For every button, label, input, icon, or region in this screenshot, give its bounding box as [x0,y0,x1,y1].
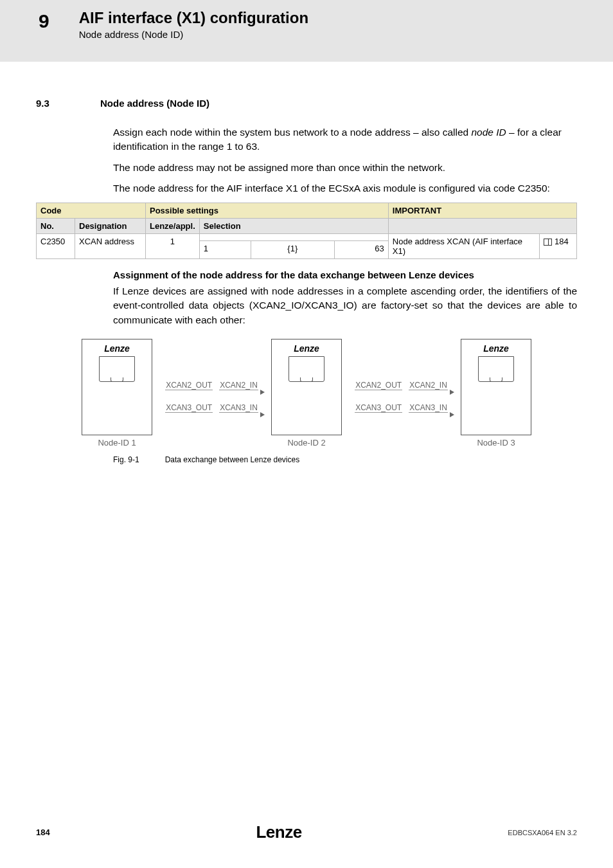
conn-xcan2: XCAN2_OUT XCAN2_IN [160,381,263,390]
page-ref-icon [544,239,552,246]
section-title: Node address (Node ID) [100,98,209,109]
code-table: Code Possible settings IMPORTANT No. Des… [36,203,577,259]
chapter-title: AIF interface (X1) configuration [79,9,308,28]
figure-caption: Fig. 9-1 Data exchange between Lenze dev… [113,455,577,464]
xcan2-in-label: XCAN2_IN [409,381,448,390]
paragraph-3: The node address for the AIF interface X… [113,181,577,195]
cell-sel-step: {1} [251,240,334,258]
document-id: EDBCSXA064 EN 3.2 [508,829,577,836]
chapter-subtitle: Node address (Node ID) [79,29,308,40]
chapter-header: 9 AIF interface (X1) configuration Node … [0,0,613,62]
xcan3-out-label: XCAN3_OUT [165,403,213,413]
cell-designation: XCAN address [75,233,146,258]
assignment-block: Assignment of the node address for the d… [113,269,577,327]
xcan2-in-label: XCAN2_IN [219,381,258,390]
assignment-para: If Lenze devices are assigned with node … [113,284,577,327]
table-row: C2350 XCAN address 1 Node address XCAN (… [37,233,577,240]
device-brand: Lenze [294,343,319,354]
th-code: Code [37,203,146,218]
connections-1-2: XCAN2_OUT XCAN2_IN XCAN3_OUT XCAN3_IN [157,381,266,413]
xcan3-in-label: XCAN3_IN [409,403,448,413]
page-number: 184 [36,827,50,837]
paragraph-1: Assign each node within the system bus n… [113,125,577,154]
cell-sel-max: 63 [334,240,388,258]
device-2: Lenze Node-ID 2 [271,339,342,448]
device-1: Lenze Node-ID 1 [82,339,152,448]
section-number: 9.3 [36,98,75,109]
th-possible: Possible settings [146,203,389,218]
xcan2-out-label: XCAN2_OUT [355,381,402,390]
xcan3-out-label: XCAN3_OUT [355,403,402,413]
cell-important: Node address XCAN (AIF interface X1) [388,233,539,258]
device-brand: Lenze [483,343,509,354]
th-lenze: Lenze/appl. [146,218,200,233]
device-3: Lenze Node-ID 3 [461,339,531,448]
p1-part-a: Assign each node within the system bus n… [113,127,471,138]
section-heading: 9.3 Node address (Node ID) [36,98,577,109]
cell-lenze: 1 [146,233,200,258]
xcan2-out-label: XCAN2_OUT [165,381,213,390]
th-important: IMPORTANT [388,203,576,218]
cell-sel-min: 1 [199,240,251,258]
cell-no: C2350 [37,233,75,258]
node-id-2: Node-ID 2 [271,438,342,448]
diagram: Lenze Node-ID 1 XCAN2_OUT XCAN2_IN XCAN3… [82,339,531,448]
conn-xcan2: XCAN2_OUT XCAN2_IN [350,381,453,390]
cell-ref: 184 [540,233,577,258]
th-no: No. [37,218,75,233]
th-designation: Designation [75,218,146,233]
body-column: Assign each node within the system bus n… [113,125,577,196]
page-content: 9.3 Node address (Node ID) Assign each n… [0,62,613,464]
conn-xcan3: XCAN3_OUT XCAN3_IN [160,403,263,413]
paragraph-2: The node address may not be assigned mor… [113,161,577,175]
page-footer: 184 Lenze EDBCSXA064 EN 3.2 [0,822,613,842]
p1-node-id: node ID [471,127,506,138]
cell-ref-text: 184 [555,237,569,246]
node-id-3: Node-ID 3 [461,438,531,448]
figure-id: Fig. 9-1 [113,455,139,464]
connections-2-3: XCAN2_OUT XCAN2_IN XCAN3_OUT XCAN3_IN [347,381,456,413]
conn-xcan3: XCAN3_OUT XCAN3_IN [350,403,453,413]
chapter-number: 9 [39,9,49,32]
xcan3-in-label: XCAN3_IN [219,403,258,413]
node-id-1: Node-ID 1 [82,438,152,448]
lenze-logo: Lenze [256,822,301,842]
th-selection: Selection [199,218,388,233]
device-brand: Lenze [104,343,130,354]
cell-selection-blank [199,233,388,240]
figure-text: Data exchange between Lenze devices [165,455,299,464]
chapter-title-group: AIF interface (X1) configuration Node ad… [79,9,308,40]
assignment-title: Assignment of the node address for the d… [113,269,577,280]
